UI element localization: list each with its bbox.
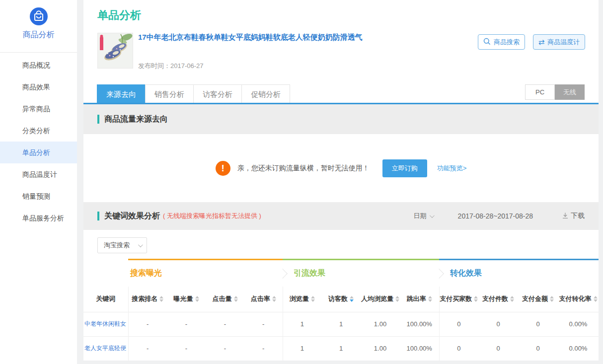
cell: - [206, 336, 244, 361]
col-paying-buyers: 支付买家数 [439, 287, 478, 312]
cell: - [128, 312, 167, 336]
flow-section-title: 商品流量来源去向 [104, 114, 168, 125]
product-thermometer-button[interactable]: ⇄ 商品温度计 [533, 34, 585, 50]
shopping-bag-icon [29, 7, 48, 26]
sidebar-item-single-item-service[interactable]: 单品服务分析 [0, 207, 77, 229]
sort-icon[interactable] [428, 296, 432, 302]
col-visitors: 访客数 [321, 287, 361, 312]
col-bounce-rate: 跳出率 [400, 287, 439, 312]
sort-icon[interactable] [272, 296, 276, 302]
sort-icon[interactable] [195, 296, 199, 302]
group-empty [83, 259, 128, 287]
keyword-section-title: 关键词效果分析 [104, 211, 160, 221]
download-link[interactable]: 下载 [562, 212, 585, 220]
col-ctr: 点击率 [244, 287, 283, 312]
sort-icon[interactable] [474, 296, 478, 302]
sidebar-item-sales-forecast[interactable]: 销量预测 [0, 185, 77, 207]
product-search-button[interactable]: 商品搜索 [478, 34, 525, 50]
keyword-section-note: ( 无线端搜索曝光指标暂无法提供 ) [163, 212, 261, 220]
sort-icon-active[interactable] [350, 296, 354, 302]
sidebar: 商品分析 商品概况 商品效果 异常商品 分类分析 单品分析 商品温度计 销量预测… [0, 0, 77, 364]
cell: - [244, 312, 283, 336]
col-paid-items: 支付件数 [478, 287, 518, 312]
sort-icon[interactable] [311, 296, 315, 302]
tab-sales-analysis[interactable]: 销售分析 [145, 84, 194, 103]
sort-icon[interactable] [594, 296, 598, 302]
tab-visitor-analysis[interactable]: 访客分析 [193, 84, 242, 103]
device-toggle: PC 无线 [525, 84, 585, 100]
sidebar-item-product-thermometer[interactable]: 商品温度计 [0, 163, 77, 185]
table-row: 中老年休闲鞋女 - - - - 1 1 1.00 100.00% 0 0 0 0… [83, 312, 599, 336]
feature-preview-link[interactable]: 功能预览> [437, 164, 467, 173]
keyword-link[interactable]: 老人女平底轻便 [83, 336, 128, 361]
cell: 100.00% [400, 312, 439, 336]
col-clicks: 点击量 [206, 287, 244, 312]
sort-icon[interactable] [234, 296, 238, 302]
sort-icon[interactable] [159, 296, 163, 302]
search-source-select[interactable]: 淘宝搜索 [97, 237, 147, 253]
swap-arrows-icon: ⇄ [538, 38, 545, 46]
sort-icon[interactable] [510, 296, 514, 302]
flow-section-bar: 商品流量来源去向 [83, 104, 599, 134]
page: 商品分析 商品概况 商品效果 异常商品 分类分析 单品分析 商品温度计 销量预测… [0, 0, 603, 364]
col-search-rank: 搜索排名 [128, 287, 167, 312]
cell: 1 [283, 312, 321, 336]
col-avg-pageviews: 人均浏览量 [361, 287, 400, 312]
keyword-block: 淘宝搜索 搜索曝光 引流效果 转化效果 关键词 [83, 230, 599, 361]
sidebar-item-abnormal-products[interactable]: 异常商品 [0, 98, 77, 120]
product-title-link[interactable]: 17中年老北京布鞋春秋单鞋女平底妈妈鞋软底老人轻便奶奶防滑透气 [138, 33, 456, 42]
cell: 1 [321, 312, 361, 336]
sort-icon[interactable] [550, 296, 554, 302]
keyword-link[interactable]: 中老年休闲鞋女 [83, 312, 128, 336]
section-flag [97, 115, 99, 124]
chevron-down-icon [430, 213, 435, 218]
col-keyword: 关键词 [83, 287, 128, 312]
sort-icon[interactable] [395, 296, 399, 302]
order-now-button[interactable]: 立即订购 [382, 159, 427, 177]
cell: - [244, 336, 283, 361]
sidebar-header: 商品分析 [0, 0, 77, 53]
download-label: 下载 [571, 212, 585, 220]
sidebar-item-single-item-analysis[interactable]: 单品分析 [0, 142, 77, 163]
sidebar-menu: 商品概况 商品效果 异常商品 分类分析 单品分析 商品温度计 销量预测 单品服务… [0, 54, 77, 229]
keyword-table: 关键词 搜索排名 曝光量 点击量 点击率 浏览量 访客数 人均浏览量 跳出率 支… [83, 287, 599, 361]
product-thermometer-label: 商品温度计 [547, 38, 580, 47]
table-group-header: 搜索曝光 引流效果 转化效果 [83, 259, 599, 287]
table-row: 老人女平底轻便 - - - - 1 1 1.00 100.00% 0 0 0 0… [83, 336, 599, 361]
col-payment-amount: 支付金额 [518, 287, 558, 312]
page-title: 单品分析 [97, 8, 141, 23]
date-dropdown[interactable]: 日期 [414, 212, 433, 220]
tab-promotion-analysis[interactable]: 促销分析 [241, 84, 290, 103]
sidebar-item-product-overview[interactable]: 商品概况 [0, 54, 77, 76]
cell: 0 [439, 336, 478, 361]
col-payment-conversion: 支付转化率 [558, 287, 599, 312]
cell: 1 [283, 336, 321, 361]
cell: - [206, 312, 244, 336]
cell: - [167, 312, 206, 336]
group-conversion-effect: 转化效果 [439, 259, 599, 287]
tab-source-destination[interactable]: 来源去向 [97, 84, 146, 103]
cell: 100.00% [400, 336, 439, 361]
sidebar-item-category-analysis[interactable]: 分类分析 [0, 120, 77, 142]
cell: 0 [518, 312, 558, 336]
search-source-value: 淘宝搜索 [104, 241, 130, 250]
toggle-wireless[interactable]: 无线 [555, 84, 585, 100]
cell: 0 [518, 336, 558, 361]
product-thumbnail [97, 33, 133, 69]
cell: 1.00 [361, 336, 400, 361]
col-pageviews: 浏览量 [283, 287, 321, 312]
chevron-down-icon [138, 242, 143, 247]
cell: 0 [478, 336, 518, 361]
keyword-section-bar: 关键词效果分析 ( 无线端搜索曝光指标暂无法提供 ) 日期 2017-08-28… [83, 202, 599, 230]
publish-time: 发布时间：2017-06-27 [138, 62, 204, 71]
table-header-row: 关键词 搜索排名 曝光量 点击量 点击率 浏览量 访客数 人均浏览量 跳出率 支… [83, 287, 599, 312]
col-exposure: 曝光量 [167, 287, 206, 312]
toggle-pc[interactable]: PC [525, 84, 555, 100]
sidebar-item-product-effect[interactable]: 商品效果 [0, 76, 77, 98]
cell: 0.00% [558, 336, 599, 361]
analysis-tabs: 来源去向 销售分析 访客分析 促销分析 [97, 84, 290, 103]
section-flag [97, 212, 99, 220]
cell: 1.00 [361, 312, 400, 336]
group-traffic-effect: 引流效果 [283, 259, 439, 287]
product-search-label: 商品搜索 [494, 38, 520, 47]
